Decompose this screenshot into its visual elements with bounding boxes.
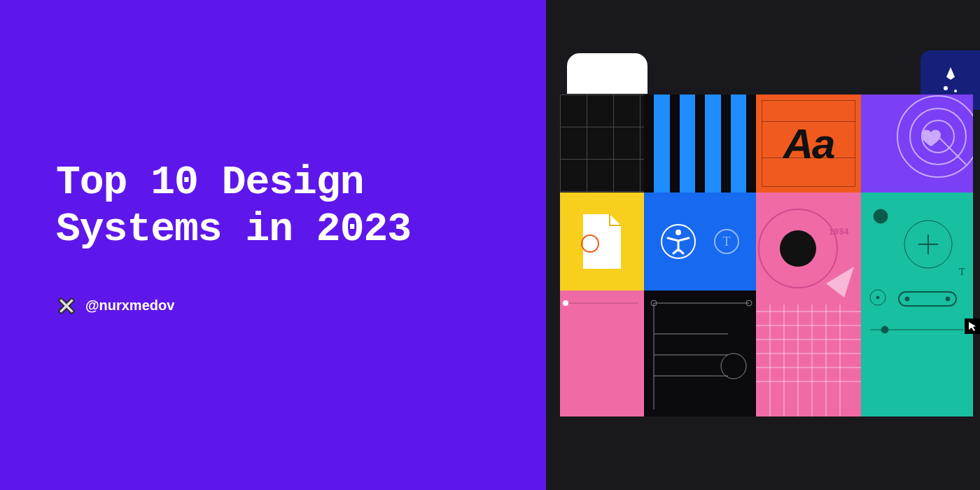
rocket-icon — [933, 63, 968, 98]
tile-stripes — [644, 94, 756, 192]
type-sample: Aa — [783, 120, 834, 168]
page-title: Top 10 DesignSystems in 2023 — [56, 160, 497, 253]
svg-point-31 — [876, 296, 879, 299]
tile-black-wire — [644, 290, 756, 416]
author-row: @nurxmedov — [56, 295, 497, 316]
svg-point-47 — [721, 354, 746, 379]
svg-text:T: T — [959, 267, 965, 277]
svg-point-1 — [944, 86, 948, 90]
tile-blue-accessibility: T — [644, 192, 756, 290]
svg-point-13 — [780, 230, 816, 267]
tile-pink-plain — [560, 290, 644, 416]
design-mosaic: Aa — [560, 94, 973, 416]
tile-yellow-file — [560, 192, 644, 290]
x-logo-icon — [56, 295, 77, 316]
svg-point-37 — [881, 326, 888, 333]
white-card-peek — [567, 53, 648, 94]
svg-point-39 — [563, 300, 568, 306]
tile-purple-rings — [861, 94, 973, 192]
svg-point-33 — [905, 297, 909, 301]
tile-pink-clock: 1984 — [756, 192, 861, 416]
accessibility-icon — [659, 223, 697, 260]
svg-marker-0 — [59, 298, 75, 314]
tile-teal-controls: T — [861, 192, 973, 416]
year-label: 1984 — [829, 227, 849, 237]
file-icon — [578, 211, 626, 272]
hero-panel: Top 10 DesignSystems in 2023 @nurxmedov — [0, 0, 546, 490]
cursor-icon — [965, 318, 980, 334]
text-circle-icon: T — [713, 227, 741, 255]
tile-typography: Aa — [756, 94, 861, 192]
svg-point-2 — [954, 90, 957, 92]
svg-point-26 — [874, 209, 888, 223]
author-handle: @nurxmedov — [85, 298, 174, 314]
mosaic-panel: Aa — [546, 0, 980, 490]
svg-text:T: T — [723, 234, 731, 248]
svg-point-9 — [676, 230, 681, 235]
tiny-black-tab — [965, 318, 980, 334]
svg-point-34 — [946, 297, 950, 301]
tile-grid-dark — [560, 94, 644, 192]
